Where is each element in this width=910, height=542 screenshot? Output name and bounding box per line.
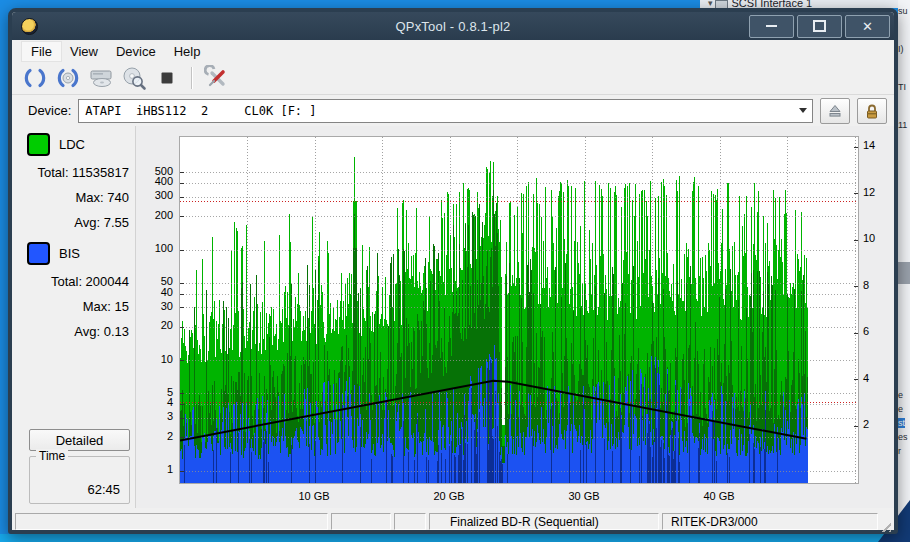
rescan-bus-icon [22,65,48,91]
y-axis-tick-label: 3 [136,410,173,423]
time-group-label: Time [36,449,68,463]
close-icon: ✕ [862,20,873,33]
settings-icon [204,65,230,91]
ldc-total: Total: 11535817 [12,165,129,181]
background-text-fragment: e [898,404,903,414]
x-axis-tick-label: 20 GB [427,490,471,502]
chevron-down-icon [799,108,807,113]
status-panel-3 [394,513,426,530]
toolbar [12,62,894,95]
bis-max: Max: 15 [12,299,129,315]
y-axis-tick-label: 2 [863,418,869,431]
legend-ldc: LDC [27,132,135,156]
desktop-strip [0,534,910,542]
background-text-fragment: I) [898,44,904,54]
bis-avg: Avg: 0.13 [12,324,129,340]
status-panel-4: Finalized BD-R (Sequential) [429,513,659,530]
status-panel-5: RITEK-DR3/000 [662,513,878,530]
maximize-icon [813,20,826,32]
eject-icon [828,104,842,118]
background-text-fragment: su [898,6,908,16]
y-axis-tick-label: 5 [136,386,173,399]
stop-button[interactable] [152,64,182,92]
y-axis-tick-label: 14 [863,139,875,152]
bis-color-swatch[interactable] [27,242,50,265]
y-axis-tick-label: 1 [136,463,173,476]
device-row: Device: ATAPI iHBS112 2 CL0K [F: ] [12,95,894,126]
scan-disc-button[interactable] [119,64,149,92]
refresh-media-icon [55,65,81,91]
scan-disc-icon [121,65,147,91]
status-bar: Finalized BD-R (Sequential)RITEK-DR3/000 [12,508,894,535]
lock-button[interactable] [857,98,887,124]
background-window-label: SCSI Interface 1 [732,0,813,8]
x-axis-tick-label: 30 GB [562,490,606,502]
background-text-fragment: e [898,390,903,400]
rescan-bus-button[interactable] [20,64,50,92]
background-text-fragment: es [898,432,908,442]
status-panel-1 [15,513,328,530]
close-button[interactable]: ✕ [845,15,890,38]
title-bar[interactable]: QPxTool - 0.8.1-pl2 ✕ [12,12,894,40]
minimize-icon [766,25,777,27]
chevron-down-icon: ▾ [708,0,713,8]
lock-icon [865,103,879,119]
background-scrollbar-thumb [898,262,910,284]
ldc-avg: Avg: 7.55 [12,215,129,231]
bis-label: BIS [59,246,80,261]
ldc-max: Max: 740 [12,190,129,206]
y-axis-tick-label: 300 [136,189,173,202]
background-window-top: ▾ SCSI Interface 1 [700,0,898,8]
y-axis-tick-label: 10 [863,232,875,245]
x-axis-tick-label: 10 GB [292,490,336,502]
minimize-button[interactable] [749,15,794,38]
scsi-device-icon [715,0,728,8]
detailed-button[interactable]: Detailed [29,429,130,451]
chart-canvas [180,137,858,483]
y-axis-tick-label: 4 [863,372,869,385]
drive-button[interactable] [86,64,116,92]
y-axis-tick-label: 200 [136,209,173,222]
device-dropdown-button[interactable] [794,100,812,122]
x-axis-tick-label: 40 GB [697,490,741,502]
menu-file[interactable]: File [22,42,61,61]
drive-icon [88,65,114,91]
y-axis-tick-label: 30 [136,300,173,313]
device-value: ATAPI iHBS112 2 CL0K [F: ] [79,104,316,118]
y-axis-tick-label: 6 [863,325,869,338]
background-text-fragment: 11 [898,120,907,130]
menu-view[interactable]: View [61,42,107,61]
time-groupbox: Time 62:45 [29,456,130,504]
y-axis-tick-label: 2 [136,430,173,443]
background-window-right-strip: suI)TI11eestesr [898,0,910,534]
device-label: Device: [28,103,71,118]
menu-help[interactable]: Help [165,42,210,61]
y-axis-tick-label: 10 [136,353,173,366]
y-axis-tick-label: 12 [863,186,875,199]
device-select[interactable]: ATAPI iHBS112 2 CL0K [F: ] [78,99,813,123]
toolbar-separator [191,67,193,89]
y-axis-tick-label: 100 [136,242,173,255]
y-axis-tick-label: 500 [136,165,173,178]
status-panel-2 [331,513,391,530]
settings-button[interactable] [202,64,232,92]
background-text-fragment: r [898,446,901,456]
maximize-button[interactable] [797,15,842,38]
ldc-color-swatch[interactable] [27,133,50,156]
stop-icon [154,65,180,91]
eject-button[interactable] [820,98,850,124]
chart-plot-area [179,136,859,484]
background-text-fragment: st [898,418,905,428]
app-icon [21,18,38,35]
menu-bar: FileViewDeviceHelp [12,40,894,62]
y-axis-tick-label: 8 [863,279,869,292]
qpxtool-window: QPxTool - 0.8.1-pl2 ✕ FileViewDeviceHelp [8,8,898,534]
refresh-media-button[interactable] [53,64,83,92]
results-sidebar: LDC Total: 11535817 Max: 740 Avg: 7.55 B… [12,126,135,508]
menu-device[interactable]: Device [107,42,165,61]
resize-grip-icon[interactable] [878,519,891,532]
bis-total: Total: 200044 [12,274,129,290]
ldc-label: LDC [59,137,85,152]
background-text-fragment: TI [898,82,906,92]
y-axis-tick-label: 50 [136,275,173,288]
